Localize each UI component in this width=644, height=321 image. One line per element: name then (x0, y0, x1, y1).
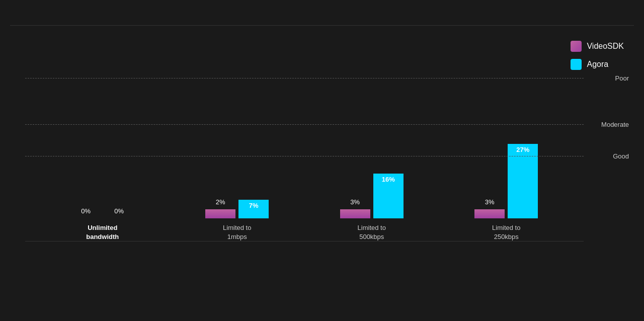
bar-value-agora-250kbps: 27% (516, 144, 529, 153)
x-axis-line (25, 241, 584, 242)
chart-container: PoorModerateGood 0%0%Unlimitedbandwidth2… (0, 0, 644, 321)
bar-agora-1mbps: 7% (238, 200, 269, 218)
ref-line-good (25, 156, 584, 156)
bar-value-videosdk-500kbps: 3% (340, 198, 370, 206)
bar-agora-500kbps: 16% (373, 174, 404, 218)
bars-area: 0%0%Unlimitedbandwidth2%7%Limited to1mbp… (25, 26, 584, 242)
bar-value-agora-500kbps: 16% (382, 174, 395, 183)
bar-fill-agora-1mbps: 7% (238, 200, 269, 218)
ref-label-poor: Poor (615, 74, 629, 82)
legend-item-agora: Agora (571, 59, 624, 70)
ref-label-moderate: Moderate (601, 121, 629, 128)
legend-swatch-videosdk (571, 41, 582, 52)
bar-value-videosdk-1mbps: 2% (205, 198, 235, 206)
bar-value-agora-1mbps: 7% (249, 200, 259, 209)
bars-row-250kbps: 3%27% (474, 144, 538, 218)
bar-videosdk-1mbps: 2% (205, 209, 235, 218)
ref-line-poor (25, 78, 584, 78)
ref-line-moderate (25, 124, 584, 125)
x-label-500kbps: Limited to500kbps (358, 223, 386, 242)
legend: VideoSDK Agora (571, 41, 624, 70)
bar-fill-agora-250kbps: 27% (508, 144, 538, 218)
bars-row-1mbps: 2%7% (205, 200, 269, 218)
x-label-unlimited: Unlimitedbandwidth (86, 223, 119, 242)
y-axis-label (10, 26, 25, 272)
bar-group-1mbps: 2%7%Limited to1mbps (205, 200, 269, 242)
bar-value-agora-unlimited: 0% (104, 207, 134, 215)
x-label-250kbps: Limited to250kbps (492, 223, 520, 242)
bar-videosdk-250kbps: 3% (474, 209, 505, 218)
legend-swatch-agora (571, 59, 582, 70)
bar-fill-videosdk-500kbps: 3% (340, 209, 370, 218)
legend-item-videosdk: VideoSDK (571, 41, 624, 52)
chart-inner: PoorModerateGood 0%0%Unlimitedbandwidth2… (25, 26, 634, 272)
chart-area: PoorModerateGood 0%0%Unlimitedbandwidth2… (10, 25, 634, 272)
x-label-1mbps: Limited to1mbps (223, 223, 251, 242)
bar-agora-250kbps: 27% (508, 144, 538, 218)
bar-fill-videosdk-1mbps: 2% (205, 209, 235, 218)
bars-row-500kbps: 3%16% (340, 174, 404, 218)
bar-videosdk-500kbps: 3% (340, 209, 370, 218)
bar-value-videosdk-unlimited: 0% (71, 207, 101, 215)
legend-label-videosdk: VideoSDK (587, 42, 624, 51)
legend-label-agora: Agora (587, 60, 608, 69)
bar-value-videosdk-250kbps: 3% (474, 198, 505, 206)
bar-group-250kbps: 3%27%Limited to250kbps (474, 144, 538, 242)
bar-fill-agora-500kbps: 16% (373, 174, 404, 218)
bar-group-unlimited: 0%0%Unlimitedbandwidth (71, 218, 134, 242)
bar-fill-videosdk-250kbps: 3% (474, 209, 505, 218)
bar-group-500kbps: 3%16%Limited to500kbps (340, 174, 404, 242)
ref-label-good: Good (613, 152, 629, 160)
